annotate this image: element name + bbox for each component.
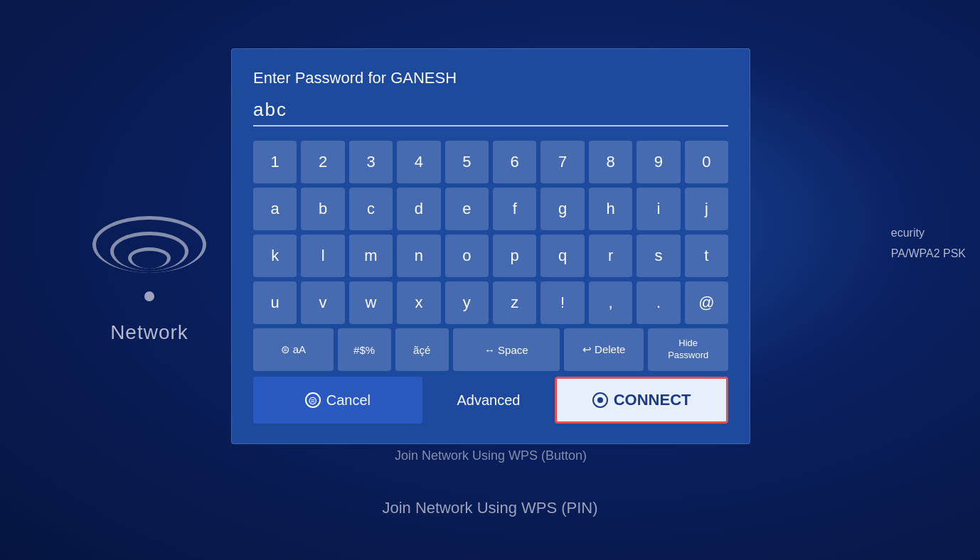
key-y[interactable]: y xyxy=(445,281,489,324)
key-m[interactable]: m xyxy=(349,235,393,277)
right-info-panel: ecurity PA/WPA2 PSK xyxy=(891,223,966,264)
key-s[interactable]: s xyxy=(637,235,680,277)
key-z[interactable]: z xyxy=(493,281,536,324)
key-symbols[interactable]: #$% xyxy=(338,328,391,371)
wps-button-text: Join Network Using WPS (Button) xyxy=(232,448,750,463)
key-space[interactable]: ↔ Space xyxy=(453,328,560,371)
key-r[interactable]: r xyxy=(589,235,632,277)
key-t[interactable]: t xyxy=(685,235,728,277)
advanced-label: Advanced xyxy=(457,392,521,409)
key-accents[interactable]: ãçé xyxy=(395,328,449,371)
key-g[interactable]: g xyxy=(540,188,584,230)
key-delete[interactable]: ↩ Delete xyxy=(564,328,644,371)
key-exclaim[interactable]: ! xyxy=(540,281,584,324)
key-row-numbers: 1 2 3 4 5 6 7 8 9 0 xyxy=(253,141,728,183)
connect-button[interactable]: CONNECT xyxy=(555,377,728,424)
key-case-toggle[interactable]: ⊜ aA xyxy=(253,328,334,371)
key-5[interactable]: 5 xyxy=(445,141,489,183)
key-4[interactable]: 4 xyxy=(397,141,440,183)
security-label: ecurity xyxy=(891,223,966,244)
key-u[interactable]: u xyxy=(253,281,297,324)
network-label: Network xyxy=(110,321,188,344)
security-value: PA/WPA2 PSK xyxy=(891,244,966,264)
key-hide-password[interactable]: HidePassword xyxy=(648,328,728,371)
key-o[interactable]: o xyxy=(445,235,489,277)
key-v[interactable]: v xyxy=(301,281,344,324)
key-l[interactable]: l xyxy=(301,235,344,277)
key-h[interactable]: h xyxy=(589,188,632,230)
key-n[interactable]: n xyxy=(397,235,440,277)
wifi-dot xyxy=(144,291,154,301)
advanced-button[interactable]: Advanced xyxy=(425,377,552,424)
action-row: ⊜ Cancel Advanced CONNECT xyxy=(253,377,728,424)
key-c[interactable]: c xyxy=(349,188,393,230)
key-f[interactable]: f xyxy=(493,188,536,230)
key-e[interactable]: e xyxy=(445,188,489,230)
key-k[interactable]: k xyxy=(253,235,297,277)
key-9[interactable]: 9 xyxy=(637,141,680,183)
password-input-row: abc xyxy=(253,99,728,126)
key-row-u-at: u v w x y z ! , . @ xyxy=(253,281,728,324)
key-3[interactable]: 3 xyxy=(349,141,393,183)
key-w[interactable]: w xyxy=(349,281,393,324)
connect-icon xyxy=(592,392,608,408)
key-p[interactable]: p xyxy=(493,235,536,277)
key-row-a-j: a b c d e f g h i j xyxy=(253,188,728,230)
key-2[interactable]: 2 xyxy=(301,141,344,183)
cancel-label: Cancel xyxy=(326,392,371,409)
key-a[interactable]: a xyxy=(253,188,297,230)
key-comma[interactable]: , xyxy=(589,281,632,324)
key-8[interactable]: 8 xyxy=(589,141,632,183)
password-value: abc xyxy=(253,99,287,120)
key-6[interactable]: 6 xyxy=(493,141,536,183)
key-row-k-t: k l m n o p q r s t xyxy=(253,235,728,277)
key-x[interactable]: x xyxy=(397,281,440,324)
key-row-special: ⊜ aA #$% ãçé ↔ Space ↩ Delete HidePasswo… xyxy=(253,328,728,371)
key-1[interactable]: 1 xyxy=(253,141,297,183)
wifi-arcs-icon xyxy=(92,216,206,301)
dialog-title: Enter Password for GANESH xyxy=(253,69,728,87)
key-7[interactable]: 7 xyxy=(540,141,584,183)
key-at[interactable]: @ xyxy=(685,281,728,324)
key-b[interactable]: b xyxy=(301,188,344,230)
key-q[interactable]: q xyxy=(540,235,584,277)
key-0[interactable]: 0 xyxy=(685,141,728,183)
keyboard: 1 2 3 4 5 6 7 8 9 0 a b c d e f g h i j … xyxy=(253,141,728,371)
wps-pin-text: Join Network Using WPS (PIN) xyxy=(382,499,597,517)
key-d[interactable]: d xyxy=(397,188,440,230)
cancel-icon: ⊜ xyxy=(305,392,321,408)
connect-label: CONNECT xyxy=(614,391,691,409)
key-i[interactable]: i xyxy=(637,188,680,230)
cancel-button[interactable]: ⊜ Cancel xyxy=(253,377,422,424)
password-dialog: Enter Password for GANESH abc 1 2 3 4 5 … xyxy=(231,48,750,444)
key-j[interactable]: j xyxy=(685,188,728,230)
key-period[interactable]: . xyxy=(637,281,680,324)
wifi-arc-small xyxy=(128,247,171,269)
wifi-background: Network xyxy=(92,216,206,344)
